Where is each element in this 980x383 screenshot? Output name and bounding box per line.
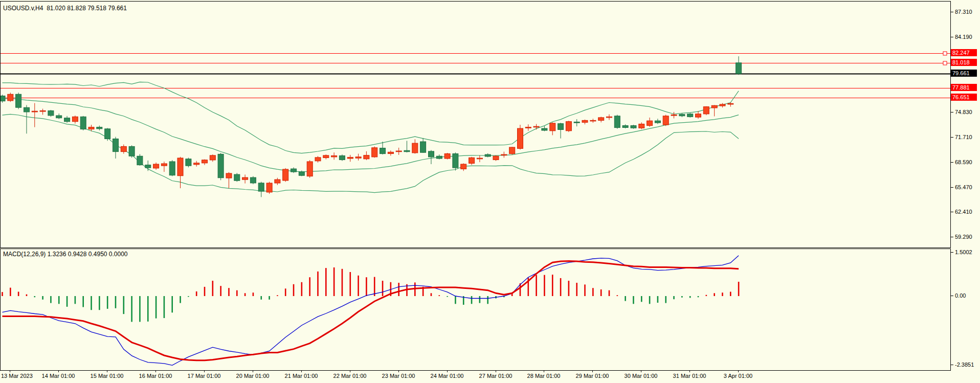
candle-body xyxy=(469,157,475,163)
candle-body xyxy=(703,107,709,114)
candle-body xyxy=(56,116,62,118)
main-chart-panel[interactable]: USOUSD.v,H4 81.020 81.828 79.518 79.661 xyxy=(0,1,951,248)
chart-title: USOUSD.v,H4 81.020 81.828 79.518 79.661 xyxy=(3,5,127,12)
time-label[interactable]: 27 Mar 01:00 xyxy=(479,373,513,379)
candle-body xyxy=(129,146,135,156)
candle-body xyxy=(509,147,515,154)
candle-body xyxy=(485,154,491,156)
time-tick xyxy=(107,370,107,372)
candle-body xyxy=(696,114,701,117)
time-axis[interactable]: 13 Mar 202314 Mar 01:0015 Mar 01:0016 Ma… xyxy=(0,370,951,383)
price-line-badge-77.881: 77.881 xyxy=(951,84,977,91)
time-tick xyxy=(301,370,302,372)
candle-body xyxy=(177,158,183,176)
candle-body xyxy=(396,151,402,152)
candle-body xyxy=(105,129,110,139)
price-tick-label: 59.290 xyxy=(955,234,972,240)
time-label[interactable]: 31 Mar 01:00 xyxy=(673,373,706,379)
candle-body xyxy=(647,121,653,125)
candle-body xyxy=(299,172,304,175)
time-tick xyxy=(689,370,690,372)
time-tick xyxy=(544,370,544,372)
candle-body xyxy=(145,165,151,168)
candle-body xyxy=(501,154,507,155)
time-label[interactable]: 29 Mar 01:00 xyxy=(576,373,609,379)
time-tick xyxy=(253,370,253,372)
time-label[interactable]: 14 Mar 01:00 xyxy=(42,373,75,379)
line-handle[interactable] xyxy=(943,61,947,65)
price-tick-label: 68.590 xyxy=(955,159,972,165)
candle-body xyxy=(186,159,191,166)
price-tick xyxy=(951,212,953,212)
macd-tick-label: -2.3851 xyxy=(955,362,974,368)
price-tick-label: 71.710 xyxy=(955,134,972,140)
time-tick xyxy=(204,370,205,372)
candle-body xyxy=(566,122,571,131)
time-label[interactable]: 30 Mar 01:00 xyxy=(625,373,658,379)
time-tick xyxy=(496,370,496,372)
time-label[interactable]: 28 Mar 01:00 xyxy=(527,373,561,379)
candle-body xyxy=(736,63,742,74)
time-label[interactable]: 24 Mar 01:00 xyxy=(431,373,464,379)
price-tick xyxy=(951,12,953,12)
candle-body xyxy=(355,157,361,158)
price-tick xyxy=(951,237,953,237)
candle-body xyxy=(404,150,410,151)
candle-body xyxy=(420,142,426,152)
time-label[interactable]: 3 Apr 01:00 xyxy=(724,373,752,379)
candle-body xyxy=(283,169,288,181)
time-label[interactable]: 15 Mar 01:00 xyxy=(91,373,124,379)
price-tick-label: 87.310 xyxy=(955,9,972,15)
candle-body xyxy=(574,122,580,123)
candle-body xyxy=(493,156,499,160)
time-label[interactable]: 22 Mar 01:00 xyxy=(333,373,367,379)
price-tick xyxy=(951,137,953,138)
candle-body xyxy=(16,94,21,107)
time-label[interactable]: 21 Mar 01:00 xyxy=(285,373,318,379)
price-tick xyxy=(951,37,953,37)
candle-body xyxy=(671,115,677,116)
candle-body xyxy=(631,126,636,128)
candle-body xyxy=(72,117,78,121)
time-label[interactable]: 16 Mar 01:00 xyxy=(139,373,172,379)
bollinger-middle-band xyxy=(3,99,739,172)
macd-indicator-panel[interactable]: MACD(12,26,9) 1.3236 0.9428 0.4950 0.000… xyxy=(0,249,951,371)
candle-body xyxy=(323,155,329,158)
candle-body xyxy=(291,169,297,172)
candle-body xyxy=(590,120,596,121)
time-label[interactable]: 23 Mar 01:00 xyxy=(382,373,415,379)
candle-body xyxy=(121,146,126,151)
candle-body xyxy=(24,107,30,112)
price-tick-label: 65.470 xyxy=(955,184,972,190)
price-tick-label: 84.190 xyxy=(955,34,972,40)
candle-body xyxy=(113,139,119,152)
time-label[interactable]: 13 Mar 2023 xyxy=(1,373,33,379)
candle-body xyxy=(64,118,70,122)
candle-body xyxy=(533,126,539,127)
candle-body xyxy=(598,118,604,121)
time-label[interactable]: 17 Mar 01:00 xyxy=(188,373,221,379)
line-handle[interactable] xyxy=(943,52,947,55)
price-tick-label: 62.410 xyxy=(955,209,972,215)
candle-body xyxy=(48,111,54,116)
macd-indicator-label: MACD(12,26,9) 1.3236 0.9428 0.4950 0.000… xyxy=(3,251,128,258)
macd-tick-label: 0.00 xyxy=(955,292,966,299)
time-label[interactable]: 20 Mar 01:00 xyxy=(236,373,270,379)
candle-body xyxy=(250,177,256,183)
price-axis[interactable]: 87.31084.19074.83071.71068.59065.47062.4… xyxy=(951,0,980,383)
time-tick xyxy=(738,370,739,372)
candle-body xyxy=(429,151,434,157)
price-line-badge-81.018: 81.018 xyxy=(951,59,977,66)
candle-body xyxy=(226,173,232,178)
price-tick xyxy=(951,187,953,188)
time-tick xyxy=(58,370,59,372)
candle-body xyxy=(542,128,547,130)
candle-body xyxy=(242,177,248,179)
price-line-badge-76.651: 76.651 xyxy=(951,94,977,101)
candle-body xyxy=(663,116,669,125)
time-tick xyxy=(398,370,399,372)
price-tick xyxy=(951,112,953,112)
candle-body xyxy=(453,154,458,168)
candle-body xyxy=(339,156,345,160)
candle-body xyxy=(380,148,386,154)
